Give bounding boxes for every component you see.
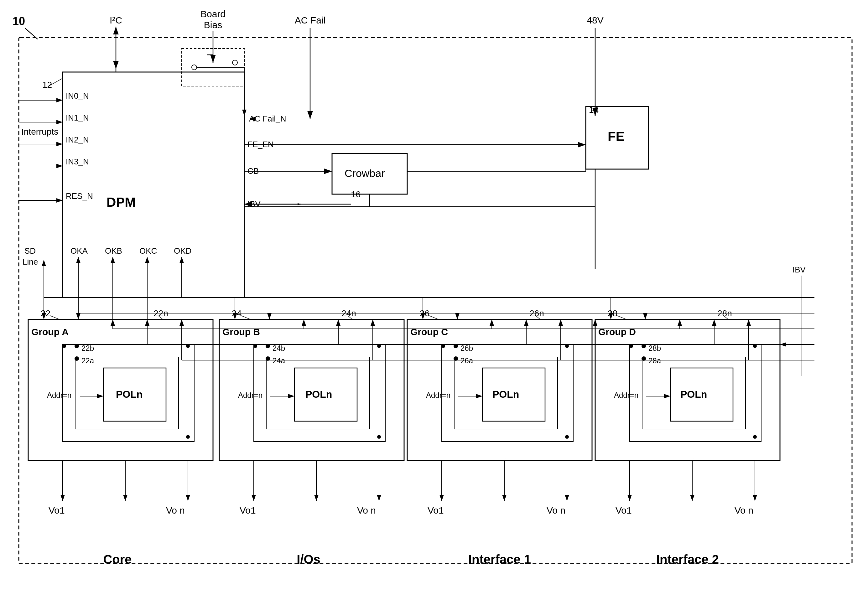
svg-point-59 bbox=[75, 344, 79, 348]
ref-22: 22 bbox=[41, 308, 50, 318]
ref-26a: 26a bbox=[461, 356, 473, 365]
in1n-label: IN1_N bbox=[66, 113, 89, 122]
resn-label: RES_N bbox=[66, 191, 93, 201]
von-a: Vo n bbox=[166, 505, 185, 515]
group-a-label: Group A bbox=[31, 327, 69, 337]
vo1-c: Vo1 bbox=[428, 505, 444, 515]
board-bias-label2: Bias bbox=[204, 20, 222, 30]
group-d-label: Group D bbox=[598, 327, 636, 337]
group-c-label: Group C bbox=[410, 327, 448, 337]
interrupts-label: Interrupts bbox=[21, 127, 58, 137]
core-label-text: Core bbox=[103, 552, 131, 566]
vo1-d: Vo1 bbox=[616, 505, 632, 515]
svg-point-76 bbox=[266, 356, 270, 361]
von-d: Vo n bbox=[735, 505, 753, 515]
svg-point-74 bbox=[266, 344, 270, 348]
ibv-right-label: IBV bbox=[793, 265, 806, 274]
addr-c-label: Addr=n bbox=[426, 391, 450, 399]
svg-point-79 bbox=[253, 344, 257, 348]
svg-point-95 bbox=[565, 344, 569, 348]
in3n-label: IN3_N bbox=[66, 157, 89, 166]
ref-26b: 26b bbox=[461, 344, 473, 352]
svg-rect-10 bbox=[63, 72, 244, 298]
ref-24: 24 bbox=[232, 308, 242, 318]
in2n-label: IN2_N bbox=[66, 135, 89, 145]
svg-line-55 bbox=[50, 316, 59, 319]
vo1-a: Vo1 bbox=[49, 505, 65, 515]
svg-point-20 bbox=[232, 60, 238, 65]
svg-point-91 bbox=[453, 356, 458, 361]
poln-d-label: POLn bbox=[681, 389, 707, 400]
svg-point-89 bbox=[453, 344, 458, 348]
okb-label: OKB bbox=[105, 246, 122, 255]
ios-label: I/Os bbox=[297, 552, 320, 566]
interface2-label: Interface 2 bbox=[656, 552, 719, 566]
ref-22n: 22n bbox=[154, 308, 168, 318]
ref-24b: 24b bbox=[273, 344, 285, 352]
svg-point-81 bbox=[377, 435, 381, 439]
in0n-label: IN0_N bbox=[66, 91, 89, 100]
svg-point-94 bbox=[441, 344, 445, 348]
ref-10: 10 bbox=[13, 15, 25, 28]
ref-28a: 28a bbox=[648, 356, 661, 365]
group-b-label: Group B bbox=[222, 327, 260, 337]
addr-d-label: Addr=n bbox=[614, 391, 638, 399]
svg-point-80 bbox=[377, 344, 381, 348]
poln-b-label: POLn bbox=[306, 389, 332, 400]
sd-line-label2: Line bbox=[22, 257, 38, 267]
svg-point-110 bbox=[753, 344, 757, 348]
svg-point-18 bbox=[192, 65, 197, 70]
ac-fail-top-label: AC Fail bbox=[295, 15, 325, 25]
svg-point-109 bbox=[629, 344, 633, 348]
okd-label: OKD bbox=[174, 246, 191, 255]
ref-28: 28 bbox=[608, 308, 617, 318]
ref-22b: 22b bbox=[81, 344, 94, 352]
svg-point-106 bbox=[642, 356, 646, 361]
v48-label: 48V bbox=[587, 15, 603, 25]
diagram-container: 10 I²C Board Bias AC Fail 48V 12 DPM Int… bbox=[0, 0, 868, 590]
svg-rect-3 bbox=[19, 38, 852, 564]
svg-point-65 bbox=[186, 344, 190, 348]
fe-label: FE bbox=[608, 129, 624, 144]
svg-point-111 bbox=[753, 435, 757, 439]
poln-c-label: POLn bbox=[492, 389, 519, 400]
board-bias-label: Board bbox=[201, 9, 226, 19]
poln-a-label: POLn bbox=[116, 389, 143, 400]
svg-point-64 bbox=[62, 344, 66, 348]
vo1-b: Vo1 bbox=[240, 505, 256, 515]
svg-line-70 bbox=[241, 316, 251, 319]
dpm-label: DPM bbox=[106, 195, 136, 209]
svg-line-85 bbox=[429, 316, 438, 319]
oka-label: OKA bbox=[71, 246, 88, 255]
okc-label: OKC bbox=[139, 246, 157, 255]
von-b: Vo n bbox=[357, 505, 376, 515]
ref-26: 26 bbox=[420, 308, 430, 318]
von-c: Vo n bbox=[547, 505, 565, 515]
i2c-label: I²C bbox=[110, 15, 122, 25]
addr-b-label: Addr=n bbox=[238, 391, 263, 399]
svg-point-96 bbox=[565, 435, 569, 439]
addr-a-label: Addr=n bbox=[47, 391, 71, 399]
ref-28b: 28b bbox=[648, 344, 661, 352]
ref-24a: 24a bbox=[273, 356, 285, 365]
svg-line-100 bbox=[617, 316, 626, 319]
svg-point-104 bbox=[642, 344, 646, 348]
sd-line-label: SD bbox=[24, 246, 36, 255]
interface1-label: Interface 1 bbox=[468, 552, 531, 566]
svg-point-66 bbox=[186, 435, 190, 439]
crowbar-label: Crowbar bbox=[345, 167, 385, 179]
svg-point-61 bbox=[75, 356, 79, 361]
ref-22a: 22a bbox=[81, 356, 94, 365]
dpm-ref: 12 bbox=[42, 80, 52, 90]
